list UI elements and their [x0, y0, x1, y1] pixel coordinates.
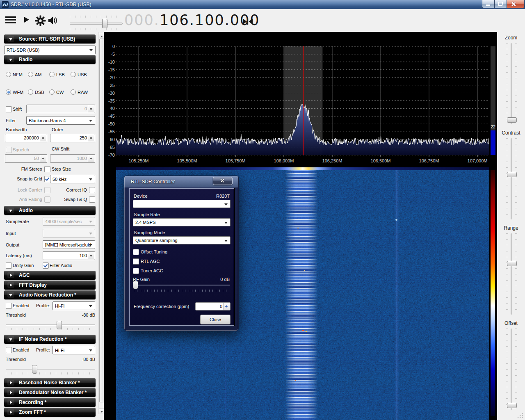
frequency-step-icon[interactable] — [243, 18, 253, 25]
unity-gain-label: Unity Gain — [13, 263, 34, 268]
snap-to-grid-checkbox[interactable] — [44, 176, 50, 182]
samplerate-dropdown[interactable]: 48000 sample/sec — [43, 217, 95, 226]
spinner-arrows-icon[interactable] — [88, 105, 94, 112]
input-dropdown[interactable] — [43, 229, 95, 237]
frequency-correction-label: Frequency correction (ppm) — [134, 304, 189, 309]
mode-radio-RAW[interactable] — [71, 89, 76, 95]
rf-gain-slider-thumb[interactable] — [133, 281, 138, 289]
menu-icon[interactable] — [5, 16, 16, 23]
swap-iq-checkbox[interactable] — [89, 196, 95, 203]
unity-gain-checkbox[interactable] — [6, 262, 12, 269]
spinner-arrows-icon[interactable] — [88, 252, 94, 259]
output-label: Output — [6, 242, 19, 247]
volume-slider-thumb[interactable] — [102, 19, 107, 28]
device-dropdown[interactable] — [133, 200, 231, 208]
lock-carrier-checkbox[interactable] — [44, 187, 50, 193]
restore-button[interactable] — [494, 0, 507, 8]
title-bar[interactable]: SDR# v1.0.0.1450 - RTL-SDR (USB) — [0, 0, 525, 9]
latency-spinner[interactable]: 100 — [43, 251, 95, 260]
slider-ticks — [515, 138, 517, 219]
zoom-slider[interactable] — [511, 43, 512, 124]
volume-slider[interactable] — [70, 23, 123, 25]
resize-grip-icon[interactable] — [518, 413, 523, 418]
shift-checkbox[interactable] — [6, 106, 12, 112]
mode-radio-WFM[interactable] — [6, 89, 11, 95]
gear-icon[interactable] — [35, 15, 46, 26]
if-nr-enabled-checkbox[interactable] — [6, 347, 12, 353]
rtl-agc-checkbox[interactable] — [133, 258, 139, 265]
step-size-dropdown[interactable]: 50 kHz — [50, 175, 95, 183]
section-header-fft-display[interactable]: FFT Display — [4, 281, 96, 290]
panel-scrollbar[interactable] — [98, 32, 104, 414]
expand-arrow-icon — [7, 380, 14, 386]
section-header-zoom-fft[interactable]: Zoom FFT * — [4, 408, 96, 417]
slider-ticks — [6, 328, 95, 330]
shift-spinner[interactable]: 0 — [26, 105, 95, 113]
spinner-arrows-icon[interactable] — [88, 135, 94, 142]
toolbar: 000.106.100.000 — [0, 9, 525, 32]
section-header-recording[interactable]: Recording * — [4, 398, 96, 407]
mode-radio-CW[interactable] — [49, 89, 55, 95]
frequency-display[interactable]: 000.106.100.000 — [124, 12, 260, 28]
play-icon[interactable] — [24, 17, 29, 23]
bandwidth-spinner[interactable]: 200000 — [5, 134, 47, 142]
audio-nr-profile-dropdown[interactable]: Hi-Fi — [52, 301, 95, 310]
spinner-arrows-icon[interactable] — [40, 135, 46, 142]
svg-text:22: 22 — [491, 124, 495, 129]
order-spinner[interactable]: 250 — [50, 134, 95, 142]
anti-fading-checkbox[interactable] — [44, 196, 50, 203]
section-header-audio-noise-reduction[interactable]: Audio Noise Reduction * — [4, 290, 96, 299]
squelch-checkbox[interactable] — [6, 147, 12, 153]
source-device-dropdown[interactable]: RTL-SDR (USB) — [4, 46, 96, 54]
close-button[interactable] — [507, 0, 525, 8]
section-header-audio[interactable]: Audio — [4, 206, 96, 215]
spinner-arrows-icon[interactable] — [223, 303, 230, 310]
section-header-agc[interactable]: AGC — [4, 271, 96, 280]
sampling-mode-dropdown[interactable]: Quadrature sampling — [133, 236, 231, 244]
filter-audio-checkbox[interactable] — [43, 262, 49, 269]
cw-shift-spinner[interactable]: 1000 — [50, 154, 95, 163]
mode-radio-AM[interactable] — [28, 72, 33, 77]
section-header-demodulator-noise-blanker[interactable]: Demodulator Noise Blanker * — [4, 388, 96, 397]
mode-radio-LSB[interactable] — [49, 72, 55, 77]
mode-radio-DSB[interactable] — [28, 89, 33, 95]
dialog-close-button[interactable] — [213, 177, 233, 185]
zoom-slider-thumb[interactable] — [507, 117, 517, 123]
app-icon — [2, 1, 9, 8]
rf-gain-slider[interactable] — [134, 285, 230, 285]
contrast-slider-thumb[interactable] — [507, 172, 517, 177]
mode-radio-USB[interactable] — [71, 72, 76, 77]
speaker-icon[interactable] — [48, 16, 59, 25]
tuner-agc-checkbox[interactable] — [133, 268, 139, 274]
contrast-slider[interactable] — [511, 138, 512, 219]
audio-nr-threshold-slider[interactable] — [6, 324, 95, 326]
rtl-sdr-controller-dialog[interactable]: RTL-SDR Controller Device R820T Sample R… — [124, 176, 239, 331]
offset-slider[interactable] — [511, 329, 512, 410]
frequency-correction-spinner[interactable]: 0 — [195, 302, 231, 310]
section-header-radio[interactable]: Radio — [4, 55, 96, 64]
spinner-arrows-icon[interactable] — [40, 155, 46, 162]
sample-rate-dropdown[interactable]: 2.4 MSPS — [133, 218, 231, 226]
section-header-source[interactable]: Source: RTL-SDR (USB) — [4, 34, 96, 43]
offset-tuning-checkbox[interactable] — [133, 249, 139, 255]
if-nr-profile-dropdown[interactable]: Hi-Fi — [52, 346, 95, 354]
device-chip-label: R820T — [216, 194, 230, 199]
mode-radio-NFM[interactable] — [6, 72, 11, 77]
audio-nr-enabled-checkbox[interactable] — [6, 303, 12, 309]
offset-slider-thumb[interactable] — [507, 403, 517, 408]
spinner-arrows-icon[interactable] — [88, 155, 94, 162]
close-action-button[interactable]: Close — [200, 315, 231, 324]
section-header-if-noise-reduction[interactable]: IF Noise Reduction * — [4, 335, 96, 344]
squelch-spinner[interactable]: 50 — [5, 154, 47, 163]
if-nr-threshold-slider[interactable] — [6, 369, 95, 370]
fm-stereo-checkbox[interactable] — [44, 166, 50, 172]
output-dropdown[interactable]: [MME] Microsoft-geluid — [43, 240, 95, 249]
range-slider-thumb[interactable] — [507, 261, 517, 266]
range-slider[interactable] — [511, 233, 512, 315]
correct-iq-checkbox[interactable] — [89, 187, 95, 193]
mode-label-CW: CW — [56, 90, 64, 95]
filter-dropdown[interactable]: Blackman-Harris 4 — [26, 116, 95, 125]
fft-spectrum-plot[interactable]: 0-5-10-15-20-25-30-35-40-45-50-55-60-65-… — [106, 35, 498, 167]
section-header-baseband-noise-blanker[interactable]: Baseband Noise Blanker * — [4, 378, 96, 387]
minimize-button[interactable] — [482, 0, 495, 8]
